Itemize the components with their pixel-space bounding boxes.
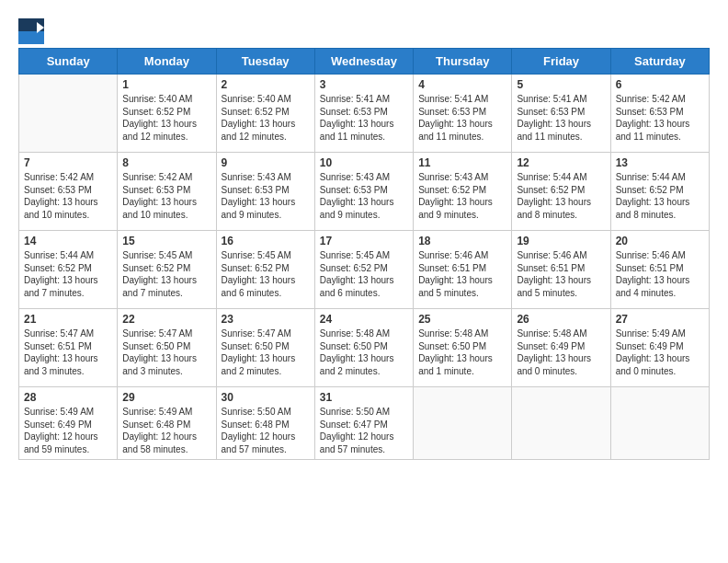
cell-content: Sunrise: 5:48 AM Sunset: 6:50 PM Dayligh… bbox=[418, 327, 506, 377]
calendar-cell bbox=[19, 75, 118, 153]
calendar-cell: 10Sunrise: 5:43 AM Sunset: 6:53 PM Dayli… bbox=[314, 153, 413, 231]
calendar-cell: 28Sunrise: 5:49 AM Sunset: 6:49 PM Dayli… bbox=[19, 387, 118, 460]
calendar-cell: 16Sunrise: 5:45 AM Sunset: 6:52 PM Dayli… bbox=[216, 231, 314, 309]
weekday-header-thursday: Thursday bbox=[414, 49, 512, 75]
cell-content: Sunrise: 5:47 AM Sunset: 6:50 PM Dayligh… bbox=[222, 327, 310, 377]
day-number: 5 bbox=[517, 78, 605, 91]
calendar-cell: 1Sunrise: 5:40 AM Sunset: 6:52 PM Daylig… bbox=[118, 75, 216, 153]
calendar-cell bbox=[414, 387, 512, 460]
day-number: 15 bbox=[122, 235, 210, 247]
calendar-cell: 31Sunrise: 5:50 AM Sunset: 6:47 PM Dayli… bbox=[314, 387, 413, 460]
cell-content: Sunrise: 5:46 AM Sunset: 6:51 PM Dayligh… bbox=[418, 249, 506, 299]
calendar-cell: 18Sunrise: 5:46 AM Sunset: 6:51 PM Dayli… bbox=[414, 231, 512, 309]
cell-content: Sunrise: 5:42 AM Sunset: 6:53 PM Dayligh… bbox=[616, 93, 704, 143]
day-number: 28 bbox=[24, 391, 112, 404]
cell-content: Sunrise: 5:49 AM Sunset: 6:49 PM Dayligh… bbox=[616, 327, 704, 377]
cell-content: Sunrise: 5:42 AM Sunset: 6:53 PM Dayligh… bbox=[24, 171, 112, 221]
day-number: 19 bbox=[517, 235, 605, 247]
calendar-cell: 9Sunrise: 5:43 AM Sunset: 6:53 PM Daylig… bbox=[216, 153, 314, 231]
calendar-cell bbox=[610, 387, 709, 460]
calendar-cell: 3Sunrise: 5:41 AM Sunset: 6:53 PM Daylig… bbox=[314, 75, 413, 153]
calendar-cell: 20Sunrise: 5:46 AM Sunset: 6:51 PM Dayli… bbox=[610, 231, 709, 309]
day-number: 22 bbox=[122, 313, 210, 326]
cell-content: Sunrise: 5:44 AM Sunset: 6:52 PM Dayligh… bbox=[616, 171, 704, 221]
day-number: 18 bbox=[418, 235, 506, 247]
cell-content: Sunrise: 5:44 AM Sunset: 6:52 PM Dayligh… bbox=[24, 249, 112, 299]
calendar-cell: 8Sunrise: 5:42 AM Sunset: 6:53 PM Daylig… bbox=[118, 153, 216, 231]
calendar-week-2: 7Sunrise: 5:42 AM Sunset: 6:53 PM Daylig… bbox=[19, 153, 710, 231]
cell-content: Sunrise: 5:45 AM Sunset: 6:52 PM Dayligh… bbox=[122, 249, 210, 299]
cell-content: Sunrise: 5:50 AM Sunset: 6:47 PM Dayligh… bbox=[320, 406, 408, 455]
day-number: 7 bbox=[24, 156, 112, 169]
day-number: 17 bbox=[320, 235, 408, 247]
weekday-header-friday: Friday bbox=[512, 49, 610, 75]
cell-content: Sunrise: 5:40 AM Sunset: 6:52 PM Dayligh… bbox=[122, 93, 210, 143]
calendar-week-4: 21Sunrise: 5:47 AM Sunset: 6:51 PM Dayli… bbox=[19, 309, 710, 387]
calendar-cell: 13Sunrise: 5:44 AM Sunset: 6:52 PM Dayli… bbox=[610, 153, 709, 231]
cell-content: Sunrise: 5:41 AM Sunset: 6:53 PM Dayligh… bbox=[320, 93, 408, 143]
calendar-header-row: SundayMondayTuesdayWednesdayThursdayFrid… bbox=[19, 49, 710, 75]
cell-content: Sunrise: 5:49 AM Sunset: 6:49 PM Dayligh… bbox=[24, 406, 112, 455]
cell-content: Sunrise: 5:43 AM Sunset: 6:53 PM Dayligh… bbox=[222, 171, 310, 221]
cell-content: Sunrise: 5:47 AM Sunset: 6:51 PM Dayligh… bbox=[24, 327, 112, 377]
cell-content: Sunrise: 5:46 AM Sunset: 6:51 PM Dayligh… bbox=[616, 249, 704, 299]
day-number: 23 bbox=[222, 313, 310, 326]
day-number: 16 bbox=[222, 235, 310, 247]
calendar-cell: 27Sunrise: 5:49 AM Sunset: 6:49 PM Dayli… bbox=[610, 309, 709, 387]
day-number: 26 bbox=[517, 313, 605, 326]
cell-content: Sunrise: 5:41 AM Sunset: 6:53 PM Dayligh… bbox=[418, 93, 506, 143]
calendar-cell: 19Sunrise: 5:46 AM Sunset: 6:51 PM Dayli… bbox=[512, 231, 610, 309]
day-number: 13 bbox=[616, 156, 704, 169]
day-number: 25 bbox=[418, 313, 506, 326]
cell-content: Sunrise: 5:46 AM Sunset: 6:51 PM Dayligh… bbox=[517, 249, 605, 299]
page-header bbox=[18, 18, 710, 44]
calendar-cell: 29Sunrise: 5:49 AM Sunset: 6:48 PM Dayli… bbox=[118, 387, 216, 460]
calendar-cell: 23Sunrise: 5:47 AM Sunset: 6:50 PM Dayli… bbox=[216, 309, 314, 387]
cell-content: Sunrise: 5:41 AM Sunset: 6:53 PM Dayligh… bbox=[517, 93, 605, 143]
day-number: 6 bbox=[616, 78, 704, 91]
logo bbox=[18, 18, 48, 44]
logo-icon bbox=[18, 18, 44, 44]
weekday-header-sunday: Sunday bbox=[19, 49, 118, 75]
day-number: 27 bbox=[616, 313, 704, 326]
day-number: 20 bbox=[616, 235, 704, 247]
day-number: 31 bbox=[320, 391, 408, 404]
day-number: 8 bbox=[122, 156, 210, 169]
day-number: 9 bbox=[222, 156, 310, 169]
day-number: 24 bbox=[320, 313, 408, 326]
cell-content: Sunrise: 5:48 AM Sunset: 6:50 PM Dayligh… bbox=[320, 327, 408, 377]
calendar-table: SundayMondayTuesdayWednesdayThursdayFrid… bbox=[18, 48, 710, 460]
day-number: 29 bbox=[122, 391, 210, 404]
calendar-cell bbox=[512, 387, 610, 460]
cell-content: Sunrise: 5:45 AM Sunset: 6:52 PM Dayligh… bbox=[320, 249, 408, 299]
weekday-header-wednesday: Wednesday bbox=[314, 49, 413, 75]
calendar-cell: 22Sunrise: 5:47 AM Sunset: 6:50 PM Dayli… bbox=[118, 309, 216, 387]
calendar-cell: 14Sunrise: 5:44 AM Sunset: 6:52 PM Dayli… bbox=[19, 231, 118, 309]
calendar-cell: 25Sunrise: 5:48 AM Sunset: 6:50 PM Dayli… bbox=[414, 309, 512, 387]
day-number: 4 bbox=[418, 78, 506, 91]
calendar-week-5: 28Sunrise: 5:49 AM Sunset: 6:49 PM Dayli… bbox=[19, 387, 710, 460]
calendar-cell: 2Sunrise: 5:40 AM Sunset: 6:52 PM Daylig… bbox=[216, 75, 314, 153]
calendar-cell: 26Sunrise: 5:48 AM Sunset: 6:49 PM Dayli… bbox=[512, 309, 610, 387]
day-number: 14 bbox=[24, 235, 112, 247]
cell-content: Sunrise: 5:44 AM Sunset: 6:52 PM Dayligh… bbox=[517, 171, 605, 221]
day-number: 2 bbox=[222, 78, 310, 91]
calendar-cell: 5Sunrise: 5:41 AM Sunset: 6:53 PM Daylig… bbox=[512, 75, 610, 153]
cell-content: Sunrise: 5:40 AM Sunset: 6:52 PM Dayligh… bbox=[222, 93, 310, 143]
calendar-week-3: 14Sunrise: 5:44 AM Sunset: 6:52 PM Dayli… bbox=[19, 231, 710, 309]
calendar-cell: 12Sunrise: 5:44 AM Sunset: 6:52 PM Dayli… bbox=[512, 153, 610, 231]
calendar-cell: 6Sunrise: 5:42 AM Sunset: 6:53 PM Daylig… bbox=[610, 75, 709, 153]
day-number: 10 bbox=[320, 156, 408, 169]
calendar-cell: 15Sunrise: 5:45 AM Sunset: 6:52 PM Dayli… bbox=[118, 231, 216, 309]
weekday-header-saturday: Saturday bbox=[610, 49, 709, 75]
calendar-cell: 21Sunrise: 5:47 AM Sunset: 6:51 PM Dayli… bbox=[19, 309, 118, 387]
day-number: 12 bbox=[517, 156, 605, 169]
calendar-cell: 11Sunrise: 5:43 AM Sunset: 6:52 PM Dayli… bbox=[414, 153, 512, 231]
cell-content: Sunrise: 5:45 AM Sunset: 6:52 PM Dayligh… bbox=[222, 249, 310, 299]
calendar-cell: 4Sunrise: 5:41 AM Sunset: 6:53 PM Daylig… bbox=[414, 75, 512, 153]
calendar-cell: 24Sunrise: 5:48 AM Sunset: 6:50 PM Dayli… bbox=[314, 309, 413, 387]
day-number: 11 bbox=[418, 156, 506, 169]
day-number: 1 bbox=[122, 78, 210, 91]
calendar-week-1: 1Sunrise: 5:40 AM Sunset: 6:52 PM Daylig… bbox=[19, 75, 710, 153]
cell-content: Sunrise: 5:50 AM Sunset: 6:48 PM Dayligh… bbox=[222, 406, 310, 455]
